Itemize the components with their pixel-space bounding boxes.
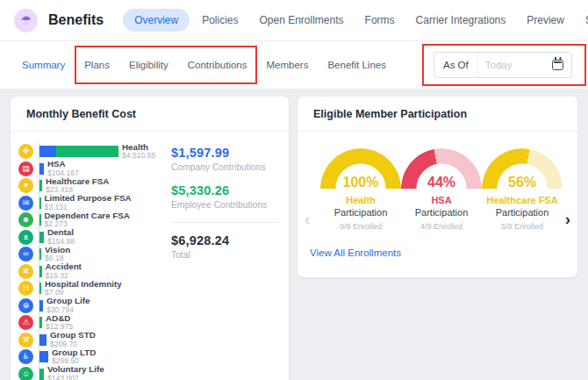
tab-eligibility[interactable]: Eligibility [129,60,169,70]
bar-segment [39,351,48,362]
total-amount: $1,597.99 [171,146,278,160]
as-of-wrap: As Of [434,52,572,78]
health-icon: ✚ [18,144,33,159]
tab-plans[interactable]: Plans [84,60,110,70]
participation-gauges: 100%HealthParticipation9/9 Enrolled44%HS… [320,148,555,231]
boxed-tab-group: PlansEligibilityContributions [84,60,247,70]
benefit-cost-chart: ✚Health$4,510.65▤HSA$104.167♥Healthcare … [18,143,166,380]
cost-body: ✚Health$4,510.65▤HSA$104.167♥Healthcare … [11,132,289,380]
tab-summary[interactable]: Summary [22,60,65,70]
benefit-label: Vision$6.18 [45,246,70,263]
bar-segment [39,197,41,209]
benefit-label: Accident$16.32 [46,262,82,280]
nav-item-overview[interactable]: Overview [123,9,190,32]
benefit-label: Group LTD$299.50 [52,348,96,366]
gauge-percent: 44% [401,175,482,189]
benefit-row-group-life: ⊕Group Life$30.794 [18,298,166,315]
bar-segment [39,334,47,346]
as-of-control[interactable]: As Of [434,52,572,78]
tab-contributions[interactable]: Contributions [188,60,247,70]
bar-segment [39,248,41,260]
add-alert-icon: ⚠ [18,315,33,330]
nav-item-settings[interactable]: Settings [577,9,588,32]
group-std-bar: Group STD$209.70 [39,332,166,349]
benefit-row-dental: ᴥDental$154.88 [18,229,166,247]
participation-title: Eligible Member Participation [298,97,577,132]
total-total: $6,928.24Total [171,233,278,260]
benefit-label: Dependent Care FSA$2.273 [45,212,130,229]
benefit-row-accident: ✖Accident$16.32 [18,263,166,281]
vision-bar: Vision$6.18 [39,246,166,263]
monthly-benefit-cost-title: Monthly Benefit Cost [11,97,289,132]
gauge-benefit-name: Health [320,195,401,205]
total-amount: $5,330.26 [171,183,278,197]
carousel-next-icon[interactable]: › [565,211,570,227]
monthly-benefit-cost-card: Monthly Benefit Cost ✚Health$4,510.65▤HS… [11,97,289,380]
gauge-enrolled-count: 5/9 Enrolled [482,222,563,231]
benefit-label: HSA$104.167 [47,160,79,177]
benefits-dashboard: { "header": { "app_title": "Benefits", "… [0,0,588,380]
totals-divider [171,222,278,223]
hsa-bar: HSA$104.167 [39,161,166,178]
total-label: Company Contributions [171,162,278,172]
benefit-label: Dental$154.88 [47,228,75,246]
umbrella-icon: ☂ [14,9,38,32]
accident-bar: Accident$16.32 [39,263,166,281]
nav-item-policies[interactable]: Policies [193,9,247,32]
benefit-row-hospital-indemnity: HHospital Indemnity$7.09 [18,280,166,298]
total-employee-contributions: $5,330.26Employee Contributions [171,183,278,210]
benefit-label: Healthcare FSA$23.418 [46,177,109,195]
healthcare-fsa-gauge-chart: 56% [482,148,563,189]
benefit-row-vision: ∞Vision$6.18 [18,246,166,263]
benefit-label: Group Life$30.794 [47,297,90,314]
tab-benefit-lines[interactable]: Benefit Lines [327,60,386,70]
gauge-enrolled-count: 9/9 Enrolled [320,222,401,231]
vision-glasses-icon: ∞ [18,247,33,262]
bar-segment [39,163,44,175]
bar-segment [39,317,42,328]
ad-d-bar: AD&D$12.975 [39,314,166,332]
benefit-label: Limited Purpose FSA$3.131 [45,194,132,212]
benefit-row-voluntary-life: ☺Voluntary Life$143.007 [18,366,166,380]
main-content: Monthly Benefit Cost ✚Health$4,510.65▤HS… [0,89,588,380]
dependent-care-fsa-bar: Dependent Care FSA$2.273 [39,212,166,229]
benefit-label: Voluntary Life$143.007 [47,365,104,380]
benefit-row-healthcare-fsa: ♥Healthcare FSA$23.418 [18,177,166,195]
view-all-enrollments-link[interactable]: View All Enrollments [310,247,401,258]
hsa-card-icon: ▤ [18,161,33,176]
top-nav-items: OverviewPoliciesOpen EnrollmentsFormsCar… [123,9,588,32]
hospital-indemnity-bar: Hospital Indemnity$7.09 [39,280,166,298]
bar-segment [56,146,118,157]
nav-item-forms[interactable]: Forms [356,9,404,32]
as-of-label: As Of [434,53,478,77]
nav-item-open-enrollments[interactable]: Open Enrollments [251,9,353,32]
group-life-bar: Group Life$30.794 [39,298,166,315]
benefit-row-dependent-care-fsa: ☻Dependent Care FSA$2.273 [18,212,166,229]
voluntary-life-icon: ☺ [18,367,33,380]
gauge-percent: 100% [320,175,401,189]
accident-bandage-icon: ✖ [18,264,33,279]
benefit-amount: $143.007 [47,375,104,380]
benefit-row-limited-purpose-fsa: ✉Limited Purpose FSA$3.131 [18,195,166,212]
dental-bar: Dental$154.88 [39,229,166,247]
as-of-date-input[interactable] [478,60,552,70]
participation-body: 100%HealthParticipation9/9 Enrolled44%HS… [298,132,577,231]
health-bar: Health$4,510.65 [39,143,166,161]
bar-segment [39,369,44,380]
carousel-prev-icon[interactable]: ‹ [305,211,310,227]
benefit-row-ad-d: ⚠AD&D$12.975 [18,314,166,332]
gauge-benefit-name: Healthcare FSA [482,195,563,205]
gauge-benefit-name: HSA [401,195,482,205]
gauge-sublabel: Participation [401,207,482,218]
benefit-label: Group STD$209.70 [50,331,96,348]
tab-members[interactable]: Members [267,60,309,70]
top-nav: ☂ Benefits OverviewPoliciesOpen Enrollme… [0,0,588,41]
group-life-ring-icon: ⊕ [18,298,33,313]
bar-segment [39,300,43,312]
hsa-gauge-chart: 44% [401,148,482,189]
bar-segment [39,146,56,157]
calendar-icon[interactable] [552,60,563,70]
group-ltd-bar: Group LTD$299.50 [39,348,166,366]
nav-item-carrier-integrations[interactable]: Carrier Integrations [407,9,515,32]
nav-item-preview[interactable]: Preview [518,9,573,32]
